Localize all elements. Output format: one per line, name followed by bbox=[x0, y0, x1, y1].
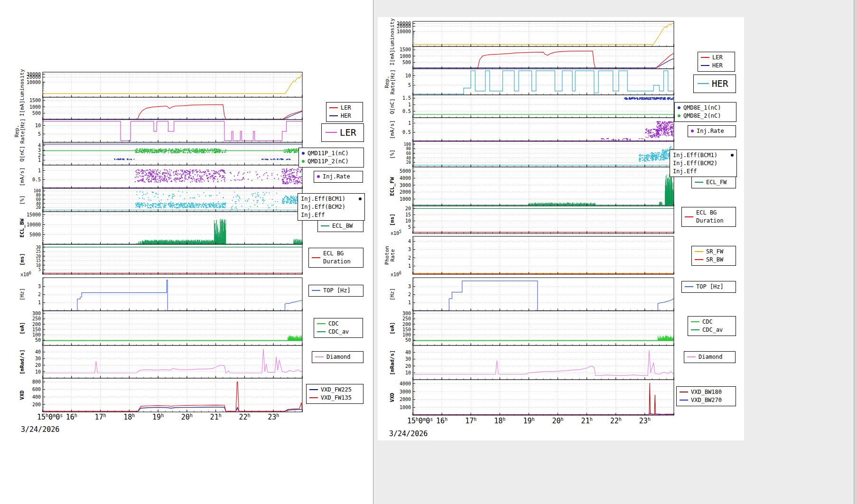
ylabel-ecl: ECL_BW bbox=[19, 218, 25, 237]
legend-label: ECL BGDuration bbox=[696, 209, 724, 225]
ylabel-photon: Rate bbox=[390, 249, 396, 262]
y-tick-label: 1 bbox=[38, 158, 41, 163]
y-tick-label: 15 bbox=[405, 212, 411, 217]
legend-line-marker bbox=[309, 389, 318, 390]
legend-dot-marker bbox=[678, 106, 680, 109]
panel-left: 100002000030000Luminosity50010001500I[mA… bbox=[14, 69, 303, 421]
legend-ecl: ECL_BW bbox=[317, 220, 363, 232]
ylabel-eff: [%] bbox=[389, 149, 395, 159]
y-tick-label: 200 bbox=[402, 322, 411, 327]
y-tick-label: 10000 bbox=[397, 29, 411, 34]
legend-line-marker bbox=[691, 321, 699, 322]
legend-label: LER bbox=[712, 54, 723, 62]
y-tick-label: 3 bbox=[408, 247, 411, 252]
legend-line-marker bbox=[312, 257, 320, 258]
legend-ecl-bg: ECL BGDuration bbox=[308, 248, 363, 268]
y-tick-label: 30 bbox=[405, 356, 411, 362]
y-tick-label: 20 bbox=[405, 206, 411, 211]
y-tick-label: 10 bbox=[405, 73, 411, 78]
y-tick-label: 1000 bbox=[400, 196, 411, 202]
legend-label: QMD11P_2(nC) bbox=[307, 158, 349, 166]
legend-label: QMD11P_1(nC) bbox=[307, 149, 349, 158]
legend-label: Inj.Eff(BCM2) bbox=[673, 159, 717, 168]
legend-label: CDC_av bbox=[328, 328, 349, 336]
legend-item: LER bbox=[701, 54, 732, 62]
legend-label: Inj.Eff(BCM2) bbox=[301, 203, 345, 211]
x-tick-label: 18h bbox=[123, 413, 135, 421]
legend-inj-eff: Inj.Eff(BCM1)Inj.Eff(BCM2)Inj.Eff bbox=[670, 149, 737, 177]
y-tick-label: 30 bbox=[36, 245, 41, 250]
legend-item: Inj.Eff(BCM2) bbox=[301, 203, 362, 211]
legend-item: HER bbox=[329, 112, 360, 120]
legend-line-marker bbox=[317, 323, 326, 324]
y-tick-label: 5 bbox=[408, 83, 411, 88]
legend-line-marker bbox=[701, 57, 709, 58]
subplot-q: 0.511.5Q[nC] bbox=[389, 95, 674, 118]
ylabel-rep: Rate[Hz] bbox=[390, 69, 396, 94]
y-tick-label: 10 bbox=[35, 123, 41, 128]
y-tick-label: 5000 bbox=[400, 168, 411, 174]
y-tick-label: 500 bbox=[32, 111, 41, 116]
legend-item: CDC_av bbox=[317, 328, 360, 336]
y-tick-label: 5 bbox=[38, 131, 41, 137]
subplot-cur: 50010001500I[mA] bbox=[389, 47, 674, 69]
legend-inj-eff: Inj.Eff(BCM1)Inj.Eff(BCM2)Inj.Eff bbox=[298, 193, 365, 221]
y-tick-label: 300 bbox=[402, 311, 411, 316]
y-tick-label: 60 bbox=[406, 151, 411, 156]
legend-label: QMD8E_2(nC) bbox=[683, 112, 721, 120]
ylabel-lum: Luminosity bbox=[19, 69, 25, 101]
legend-label: Inj.Eff bbox=[301, 211, 325, 219]
y-tick-label: 3000 bbox=[400, 389, 411, 394]
legend-item: VXD_BW270 bbox=[680, 396, 733, 404]
y-tick-label: 150 bbox=[32, 327, 41, 332]
subplot-eff: 20406080100[%] bbox=[389, 141, 674, 167]
legend-item: CDC bbox=[317, 320, 360, 328]
y-tick-label: 20 bbox=[35, 363, 41, 368]
date-label-right: 3/24/2026 bbox=[389, 429, 428, 438]
legend-line-marker bbox=[329, 107, 338, 108]
y-tick-label: 2000 bbox=[400, 397, 411, 402]
legend-top: TOP [Hz] bbox=[308, 285, 363, 297]
y-tick-label: 1.5 bbox=[402, 95, 411, 101]
legend-item: Diamond bbox=[687, 353, 732, 361]
legend-diamond: Diamond bbox=[312, 351, 363, 363]
ylabel-vxd: VXD bbox=[389, 392, 395, 402]
legend-inj-rate: Inj.Rate bbox=[314, 171, 363, 183]
ylabel-ms: [ms] bbox=[19, 253, 25, 266]
y-tick-label: 250 bbox=[402, 316, 411, 321]
y-tick-label: 10 bbox=[405, 218, 411, 224]
legend-label: ECL BGDuration bbox=[323, 250, 351, 266]
legend-item: QMD8E_1(nC) bbox=[678, 104, 733, 112]
y-tick-label: 30 bbox=[35, 356, 41, 361]
y-tick-label: 1 bbox=[408, 263, 411, 269]
x-tick-label: 19h bbox=[152, 413, 164, 421]
legend-item: Diamond bbox=[315, 353, 360, 361]
legend-inj-rate: Inj.Rate bbox=[688, 125, 736, 137]
legend-dot-marker bbox=[302, 152, 305, 155]
legend-item: CDC bbox=[691, 318, 733, 326]
legend-label: LER bbox=[341, 104, 351, 112]
legend-line-marker bbox=[680, 392, 688, 392]
y-tick-label: 30000 bbox=[27, 72, 41, 77]
ylabel-cdc: [uA] bbox=[389, 322, 395, 335]
legend-dot-marker bbox=[302, 160, 305, 163]
subplot-dia: 10203040[mRad/s] bbox=[389, 345, 674, 380]
y-tick-label: 2 bbox=[408, 255, 411, 261]
y-tick-label: 100 bbox=[34, 188, 41, 193]
y-tick-label: 1 bbox=[38, 300, 41, 305]
legend-dot-marker bbox=[678, 114, 680, 117]
subplot-ms: 51015202530[ms] bbox=[19, 244, 302, 274]
y-tick-label: 800 bbox=[32, 379, 41, 384]
y-tick-label: 4000 bbox=[400, 176, 411, 181]
y-tick-label: 3 bbox=[408, 284, 411, 289]
y-tick-label: 5000 bbox=[29, 232, 41, 237]
subplot-vxd: 1000200030004000VXD bbox=[389, 380, 674, 415]
legend-label: Inj.Eff bbox=[673, 168, 697, 176]
y-tick-label: 0.5 bbox=[32, 177, 41, 182]
legend-top: TOP [Hz] bbox=[681, 281, 736, 293]
legend-sr: SR_FWSR_BW bbox=[691, 246, 736, 266]
subplot-eff: 20406080100[%] bbox=[19, 188, 302, 212]
ylabel-q: Q[nC] bbox=[389, 98, 395, 114]
ylabel-cur: I[mA] bbox=[19, 101, 25, 116]
ylabel-dia: [mRad/s] bbox=[389, 350, 395, 375]
